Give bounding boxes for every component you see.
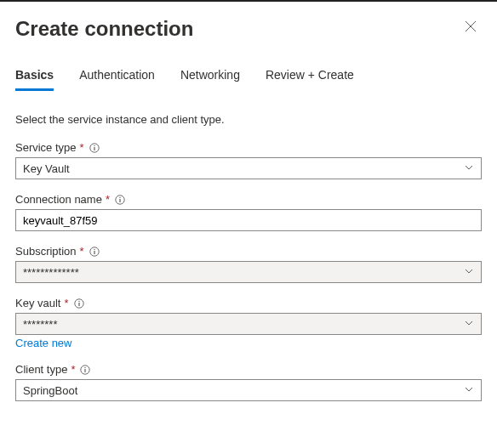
service-type-label: Service type: [15, 141, 77, 154]
svg-point-13: [85, 366, 86, 367]
svg-rect-5: [119, 199, 120, 202]
info-icon[interactable]: [74, 298, 84, 309]
close-icon: [465, 20, 477, 32]
intro-text: Select the service instance and client t…: [15, 113, 482, 126]
svg-rect-11: [78, 303, 79, 306]
subscription-value: *************: [23, 266, 79, 279]
close-button[interactable]: [460, 19, 482, 37]
info-icon[interactable]: [115, 195, 125, 205]
client-type-value: SpringBoot: [23, 384, 77, 397]
required-asterisk: *: [71, 363, 75, 376]
service-type-value: Key Vault: [23, 162, 70, 175]
svg-rect-2: [94, 147, 94, 150]
create-new-link[interactable]: Create new: [15, 337, 71, 349]
tab-bar: Basics Authentication Networking Review …: [15, 68, 482, 91]
required-asterisk: *: [64, 297, 68, 309]
tab-networking[interactable]: Networking: [180, 68, 240, 91]
chevron-down-icon: [464, 162, 474, 175]
subscription-label: Subscription: [15, 245, 77, 258]
panel-title: Create connection: [15, 17, 193, 41]
subscription-select[interactable]: *************: [15, 261, 482, 283]
connection-name-label: Connection name: [15, 193, 102, 206]
svg-point-10: [78, 300, 79, 301]
required-asterisk: *: [106, 193, 110, 206]
key-vault-value: ********: [23, 318, 57, 331]
connection-name-input-wrap[interactable]: [15, 209, 482, 231]
service-type-select[interactable]: Key Vault: [15, 157, 482, 179]
required-asterisk: *: [80, 245, 84, 258]
info-icon[interactable]: [80, 365, 90, 375]
chevron-down-icon: [464, 318, 474, 331]
tab-review-create[interactable]: Review + Create: [266, 68, 354, 91]
tab-basics[interactable]: Basics: [15, 68, 54, 91]
chevron-down-icon: [464, 266, 474, 279]
client-type-label: Client type: [15, 363, 67, 376]
key-vault-select[interactable]: ********: [15, 313, 482, 335]
info-icon[interactable]: [89, 247, 100, 257]
key-vault-label: Key vault: [15, 297, 60, 309]
svg-point-4: [119, 196, 120, 197]
chevron-down-icon: [464, 384, 474, 397]
svg-point-7: [94, 248, 94, 249]
connection-name-input[interactable]: [23, 214, 474, 227]
svg-point-1: [94, 145, 94, 145]
info-icon[interactable]: [89, 143, 100, 153]
svg-rect-14: [85, 369, 86, 372]
client-type-select[interactable]: SpringBoot: [15, 379, 482, 401]
svg-rect-8: [94, 251, 94, 254]
required-asterisk: *: [80, 141, 84, 154]
tab-authentication[interactable]: Authentication: [79, 68, 155, 91]
